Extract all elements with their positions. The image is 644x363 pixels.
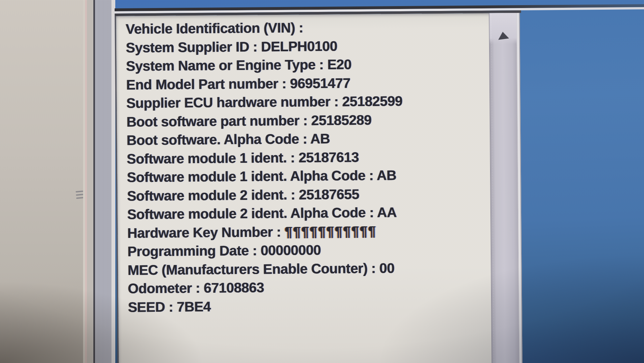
- report-line-separator: :: [249, 242, 260, 258]
- report-line-label: System Name or Engine Type: [126, 57, 316, 74]
- report-line: End Model Part number : 96951477: [126, 73, 488, 94]
- report-line-separator: :: [192, 280, 204, 296]
- report-line-separator: :: [295, 20, 307, 35]
- report-line: Software module 1 ident. Alpha Code : AB: [127, 165, 489, 187]
- report-line-separator: :: [165, 299, 177, 314]
- report-line-label: Software module 2 ident. Alpha Code: [127, 205, 366, 222]
- report-line-value: 7BE4: [177, 299, 211, 314]
- ecu-info-panel: Vehicle Identification (VIN) : System Su…: [115, 13, 523, 363]
- report-line: Vehicle Identification (VIN) :: [126, 17, 488, 38]
- report-line-value: AB: [310, 131, 330, 146]
- report-line-label: Programming Date: [128, 243, 249, 259]
- report-line-separator: :: [330, 93, 342, 109]
- report-line: Boot software. Alpha Code : AB: [127, 128, 488, 150]
- report-line-label: System Supplier ID: [126, 39, 249, 55]
- report-line-value: 96951477: [290, 75, 350, 91]
- report-line: Software module 1 ident. : 25187613: [127, 147, 488, 168]
- report-line: Supplier ECU hardware number : 25182599: [126, 91, 488, 113]
- report-line-label: MEC (Manufacturers Enable Counter): [128, 260, 367, 278]
- report-line-label: Odometer: [128, 280, 192, 296]
- report-line-value: AA: [377, 204, 397, 220]
- report-line-value: 25187655: [299, 186, 359, 202]
- report-line-value: 25187613: [298, 149, 359, 165]
- report-line-label: SEED: [128, 299, 165, 315]
- diagnostic-window: Vehicle Identification (VIN) : System Su…: [115, 4, 644, 363]
- report-line-label: Boot software part number: [127, 113, 299, 129]
- report-line-separator: :: [365, 205, 377, 220]
- report-line-separator: :: [299, 113, 311, 128]
- report-line-label: Supplier ECU hardware number: [126, 94, 330, 111]
- report-line-separator: :: [273, 224, 285, 239]
- report-line-label: Boot software. Alpha Code: [127, 131, 299, 148]
- report-line-value: DELPH0100: [261, 38, 337, 54]
- scroll-up-icon[interactable]: ▲: [497, 31, 509, 40]
- vehicle-info-report: Vehicle Identification (VIN) : System Su…: [116, 13, 490, 363]
- report-line-value: 67108863: [204, 280, 264, 295]
- report-line-separator: :: [299, 131, 310, 146]
- report-line: SEED : 7BE4: [128, 295, 490, 316]
- report-line: System Name or Engine Type : E20: [126, 54, 488, 75]
- report-line-value: AB: [377, 167, 396, 183]
- report-line-label: Software module 1 ident.: [127, 150, 287, 166]
- report-line-label: Hardware Key Number: [127, 224, 273, 241]
- photo-scene: Vehicle Identification (VIN) : System Su…: [0, 0, 644, 363]
- report-line: Hardware Key Number : ¶¶¶¶¶¶¶¶¶¶¶: [127, 221, 489, 242]
- report-line-value: 00000000: [260, 242, 321, 258]
- report-line-separator: :: [278, 75, 290, 91]
- scrollbar-track[interactable]: ▲: [489, 13, 519, 363]
- report-line-label: Software module 1 ident. Alpha Code: [127, 168, 365, 185]
- report-line-separator: :: [365, 168, 377, 183]
- report-line-value: 00: [379, 260, 394, 276]
- adjacent-surface: [0, 0, 83, 363]
- report-line-value: ¶¶¶¶¶¶¶¶¶¶¶: [285, 223, 376, 239]
- report-line-separator: :: [249, 39, 261, 54]
- report-line-separator: :: [287, 150, 298, 165]
- report-line: MEC (Manufacturers Enable Counter) : 00: [128, 258, 489, 279]
- report-line-value: 25185289: [311, 112, 372, 128]
- window-left-frame-stripes: [83, 0, 115, 363]
- report-line-separator: :: [287, 187, 299, 202]
- report-line-label: Software module 2 ident.: [127, 187, 287, 203]
- report-line-separator: :: [316, 57, 327, 72]
- report-line-value: E20: [327, 56, 351, 72]
- report-line-label: End Model Part number: [126, 76, 278, 93]
- report-line-separator: :: [367, 260, 379, 276]
- report-line: Odometer : 67108863: [128, 277, 490, 298]
- report-line-value: 25182599: [342, 93, 402, 109]
- report-line: Software module 2 ident. Alpha Code : AA: [127, 202, 489, 224]
- report-line: Boot software part number : 25185289: [127, 110, 488, 131]
- report-line-label: Vehicle Identification (VIN): [126, 20, 295, 37]
- report-line: Programming Date : 00000000: [128, 240, 489, 261]
- report-line: Software module 2 ident. : 25187655: [127, 184, 489, 205]
- report-line: System Supplier ID : DELPH0100: [126, 35, 488, 57]
